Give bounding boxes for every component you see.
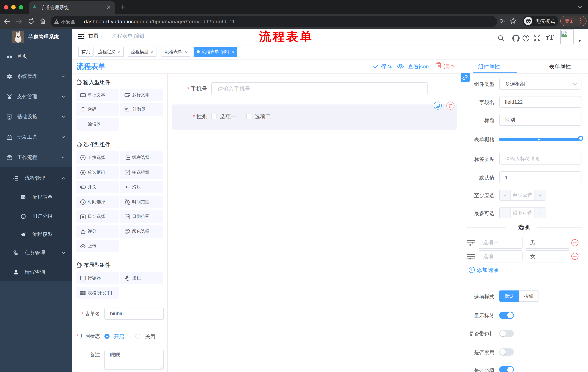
svg-text:123: 123 xyxy=(125,107,129,111)
